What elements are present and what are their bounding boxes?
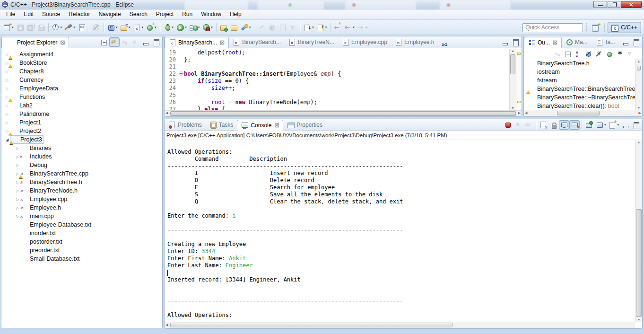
dropdown-arrow-icon[interactable]: ▾ — [12, 26, 14, 29]
expand-arrow-icon[interactable]: ▷ — [4, 87, 10, 91]
console-output[interactable]: Allowed Operations: Command Description-… — [165, 140, 635, 322]
open-element-button[interactable] — [218, 22, 229, 33]
dropdown-arrow-icon[interactable]: ▾ — [325, 26, 327, 29]
fold-marker[interactable] — [178, 71, 184, 79]
expand-arrow-icon[interactable]: ▷ — [15, 197, 20, 202]
dropdown-arrow-icon[interactable]: ▾ — [604, 123, 606, 127]
minimize-view-button[interactable] — [620, 120, 631, 130]
occurrence-marker[interactable] — [517, 53, 521, 55]
scrollbar-thumb[interactable] — [510, 54, 515, 74]
menu-project[interactable]: Project — [152, 9, 178, 19]
collapse-fold-icon[interactable] — [179, 71, 183, 76]
scroll-down-icon[interactable]: ▼ — [635, 318, 642, 321]
editor-horizontal-scrollbar[interactable]: ◀ ▶ — [165, 110, 522, 116]
window-restore-button[interactable] — [608, 1, 620, 8]
new-source-file-button[interactable]: ▾ — [132, 22, 145, 33]
tree-item-employeedata[interactable]: ▷EmployeeData — [1, 84, 162, 93]
dropdown-arrow-icon[interactable]: ▾ — [366, 26, 368, 29]
code-editor[interactable]: 192021222324252627 delpost(root);}; bool… — [165, 49, 522, 110]
next-annotation-button[interactable]: ▾ — [302, 22, 315, 33]
expand-arrow-icon[interactable]: ▷ — [15, 189, 20, 193]
outline-horizontal-scrollbar[interactable]: ◀ ▶ — [524, 110, 642, 116]
menu-help[interactable]: Help — [226, 9, 246, 19]
remove-launch-button[interactable] — [513, 120, 523, 130]
new-class-button[interactable]: ▾ — [145, 22, 158, 33]
outline-item[interactable]: BinarySearchTree::BinarySearchTree() — [524, 85, 635, 93]
last-launch-button[interactable]: ▾ — [51, 22, 64, 33]
outline-vertical-scrollbar[interactable]: ▲ ▼ — [635, 59, 642, 110]
dropdown-arrow-icon[interactable]: ▾ — [61, 26, 62, 29]
run-configurations-button[interactable]: ▾ — [188, 22, 201, 33]
window-close-button[interactable] — [621, 1, 642, 8]
scroll-down-icon[interactable]: ▼ — [635, 106, 642, 109]
maximize-view-button[interactable] — [510, 37, 521, 47]
minimize-view-button[interactable] — [140, 37, 151, 47]
menu-run[interactable]: Run — [178, 9, 197, 19]
console-horizontal-scrollbar[interactable]: ◀ — [165, 322, 635, 328]
scrollbar-thumb[interactable] — [637, 66, 641, 70]
tree-item-inorder-txt[interactable]: inorder.txt — [1, 229, 162, 237]
close-icon[interactable]: ☒ — [60, 40, 65, 45]
expand-arrow-icon[interactable]: ▷ — [15, 206, 20, 210]
window-minimize-button[interactable] — [593, 1, 607, 8]
menu-navigate[interactable]: Navigate — [94, 9, 125, 19]
console-tab-properties[interactable]: Properties — [283, 119, 326, 131]
forward-button[interactable]: ▾ — [356, 22, 369, 33]
close-icon[interactable]: ☒ — [553, 40, 557, 45]
tree-item-binarysearchtree-cpp[interactable]: ▷BinarySearchTree.cpp — [1, 169, 162, 178]
menu-search[interactable]: Search — [125, 9, 152, 19]
new-button[interactable]: ▾ — [2, 22, 15, 33]
show-console-on-stderr-button[interactable] — [569, 120, 580, 130]
occurrence-marker[interactable] — [517, 101, 521, 103]
print-button[interactable] — [36, 22, 46, 33]
scroll-right-icon[interactable]: ▶ — [639, 111, 641, 115]
scroll-left-icon[interactable]: ◀ — [165, 323, 168, 327]
tree-item-binarysearchtree-h[interactable]: ▷BinarySearchTree.h — [1, 178, 162, 186]
console-tab-tasks[interactable]: Tasks — [206, 119, 237, 131]
console-tab-console[interactable]: Console☒ — [237, 120, 283, 131]
perspective-cpp-button[interactable]: C/C++ — [608, 22, 641, 33]
editor-tab-employeecpp[interactable]: Employee.cpp — [338, 36, 391, 48]
tree-item-small-database-txt[interactable]: Small-Database.txt — [1, 255, 162, 263]
save-all-button[interactable] — [26, 22, 36, 33]
tree-item-employee-h[interactable]: ▷Employee.h — [1, 203, 162, 212]
project-tree[interactable]: ▷Assignment4▷BookStore▷Chapter8▷Currency… — [1, 49, 162, 328]
scroll-right-icon[interactable]: ▶ — [518, 111, 521, 115]
minimize-view-button[interactable] — [620, 37, 631, 47]
quick-access-input[interactable] — [522, 23, 583, 32]
expand-arrow-icon[interactable]: ▷ — [15, 163, 20, 167]
hide-fields-button[interactable] — [583, 48, 594, 60]
last-edit-location-button[interactable] — [332, 22, 343, 33]
display-selected-console-button[interactable]: ▾ — [594, 120, 608, 130]
tree-item-postorder-txt[interactable]: postorder.txt — [1, 237, 162, 246]
tree-item-chapter8[interactable]: ▷Chapter8 — [1, 67, 162, 76]
sort-button[interactable] — [573, 48, 583, 60]
editor-tab-binarysearch[interactable]: BinarySearch...☒ — [165, 37, 229, 48]
hide-static-members-button[interactable] — [594, 48, 604, 60]
dropdown-arrow-icon[interactable]: ▾ — [185, 26, 187, 29]
editor-tab-employeeh[interactable]: Employee.h — [391, 36, 438, 48]
overview-ruler[interactable] — [516, 49, 522, 110]
scroll-lock-button[interactable] — [548, 120, 559, 130]
dropdown-arrow-icon[interactable]: ▾ — [172, 26, 174, 29]
dropdown-arrow-icon[interactable]: ▾ — [198, 26, 200, 29]
editor-tab-overflow[interactable]: »1 — [442, 41, 447, 48]
previous-annotation-button[interactable]: ▾ — [315, 22, 329, 33]
tree-item-includes[interactable]: ▷Includes — [1, 152, 162, 161]
expand-arrow-icon[interactable]: ▷ — [4, 78, 10, 82]
expand-arrow-icon[interactable]: ▷ — [4, 112, 10, 116]
scrollbar-thumb[interactable] — [557, 111, 600, 115]
open-perspective-button[interactable] — [590, 22, 601, 33]
maximize-view-button[interactable] — [631, 37, 641, 47]
clear-console-button[interactable] — [538, 120, 548, 130]
new-cpp-project-button[interactable]: ▾ — [119, 22, 132, 33]
outline-tab-ou[interactable]: Ou...☒ — [524, 37, 562, 48]
collapse-all-button[interactable] — [99, 37, 109, 47]
expand-arrow-icon[interactable]: ▷ — [15, 180, 20, 185]
back-button[interactable]: ▾ — [343, 22, 356, 33]
console-vertical-scrollbar[interactable]: ▲ ▼ — [635, 140, 642, 322]
focus-on-active-task-button[interactable] — [120, 37, 130, 47]
scroll-left-icon[interactable]: ◀ — [165, 111, 168, 115]
pin-console-button[interactable] — [584, 120, 594, 130]
expand-arrow-icon[interactable]: ▷ — [4, 104, 10, 108]
